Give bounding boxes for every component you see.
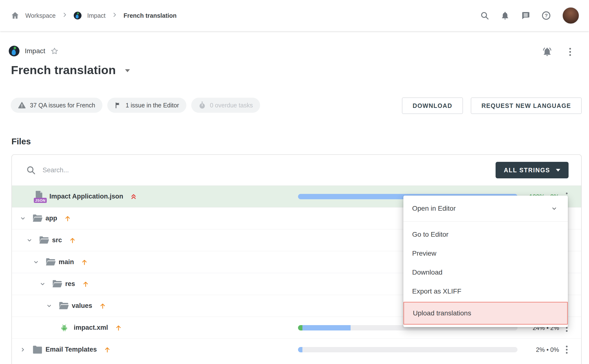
menu-items: Go to Editor Preview Download Export as … — [403, 222, 568, 325]
files-heading: Files — [11, 137, 31, 146]
chat-icon[interactable] — [521, 11, 530, 20]
request-new-language-button[interactable]: REQUEST NEW LANGUAGE — [471, 97, 582, 114]
chevron-right-icon[interactable] — [20, 347, 26, 353]
folder-name: values — [72, 302, 92, 310]
breadcrumb-workspace[interactable]: Workspace — [25, 12, 56, 19]
user-avatar[interactable] — [562, 7, 579, 24]
folder-open-icon — [45, 258, 56, 266]
menu-item-export-as-xliff[interactable]: Export as XLIFF — [403, 282, 568, 301]
upload-arrow-icon — [81, 259, 88, 266]
json-file-icon: JSON — [34, 190, 45, 203]
files-search-row: ALL STRINGS — [12, 155, 581, 185]
project-logo — [9, 46, 19, 56]
android-icon — [60, 324, 69, 332]
top-bar-actions: ? — [480, 7, 579, 24]
bell-ring-icon[interactable] — [542, 47, 552, 57]
json-badge: JSON — [34, 198, 47, 203]
home-icon[interactable] — [11, 11, 19, 20]
file-context-menu: Open in Editor Go to Editor Preview Down… — [403, 196, 568, 327]
editor-issues-label: 1 issue in the Editor — [126, 102, 179, 109]
download-button[interactable]: DOWNLOAD — [402, 97, 463, 114]
upload-arrow-icon — [64, 215, 71, 222]
project-header-actions — [542, 47, 572, 57]
folder-name: app — [45, 215, 57, 222]
upload-arrow-icon — [104, 346, 111, 353]
menu-item-open-in-editor[interactable]: Open in Editor — [403, 196, 568, 222]
notifications-bell-icon[interactable] — [500, 11, 510, 20]
all-strings-label: ALL STRINGS — [504, 167, 550, 174]
chevron-down-icon[interactable] — [20, 215, 26, 222]
file-name: Impact Application.json — [49, 193, 123, 200]
flag-icon — [115, 102, 121, 109]
project-header: Impact — [9, 46, 58, 56]
project-kebab-menu-icon[interactable] — [568, 47, 572, 57]
chevron-down-icon[interactable] — [26, 237, 33, 243]
breadcrumb-project[interactable]: Impact — [87, 12, 106, 19]
editor-issues-chip[interactable]: 1 issue in the Editor — [107, 98, 186, 113]
menu-item-label: Open in Editor — [412, 205, 456, 212]
stopwatch-icon — [199, 101, 206, 109]
chevron-down-icon[interactable] — [33, 259, 39, 265]
warning-icon — [18, 101, 26, 109]
chevron-right-icon — [111, 12, 118, 19]
project-name: Impact — [25, 47, 45, 55]
upload-arrow-icon — [99, 302, 106, 310]
progress-bar — [298, 347, 517, 352]
chevron-down-icon[interactable] — [46, 303, 52, 309]
header-buttons: DOWNLOAD REQUEST NEW LANGUAGE — [402, 97, 582, 114]
menu-item-download[interactable]: Download — [403, 263, 568, 282]
priority-high-icon — [130, 193, 137, 200]
folder-open-icon — [59, 302, 69, 310]
file-name: impact.xml — [74, 324, 108, 331]
star-icon[interactable] — [51, 47, 58, 55]
folder-row-email-templates[interactable]: Email Templates 2% • 0% — [12, 338, 581, 360]
menu-item-preview[interactable]: Preview — [403, 244, 568, 263]
progress-percent: 2% • 0% — [501, 346, 559, 353]
upload-arrow-icon — [115, 324, 122, 331]
folder-name: res — [65, 280, 75, 288]
row-kebab-menu-icon[interactable] — [565, 345, 569, 355]
search-icon — [26, 165, 36, 175]
app-root: Workspace Impact French translation ? — [0, 0, 589, 364]
folder-closed-icon — [32, 345, 43, 354]
title-caret-down-icon[interactable] — [125, 69, 130, 72]
page-title-row: French translation — [11, 63, 130, 77]
search-icon[interactable] — [480, 11, 489, 20]
status-chips: 37 QA issues for French 1 issue in the E… — [11, 98, 260, 113]
qa-issues-label: 37 QA issues for French — [30, 102, 95, 109]
chevron-down-icon[interactable] — [39, 281, 46, 287]
upload-arrow-icon — [69, 237, 76, 244]
help-icon[interactable]: ? — [541, 11, 551, 20]
overdue-tasks-label: 0 overdue tasks — [210, 102, 253, 109]
chevron-down-icon — [550, 205, 558, 212]
all-strings-filter-button[interactable]: ALL STRINGS — [496, 162, 569, 178]
top-bar: Workspace Impact French translation ? — [0, 0, 589, 31]
folder-name: main — [59, 258, 74, 266]
breadcrumb-current-page: French translation — [124, 12, 177, 19]
page-title: French translation — [11, 63, 116, 77]
menu-item-go-to-editor[interactable]: Go to Editor — [403, 225, 568, 244]
files-search-input[interactable] — [43, 166, 489, 174]
breadcrumb: Workspace Impact French translation — [11, 11, 177, 20]
folder-name: src — [52, 236, 62, 244]
project-logo-icon — [74, 12, 82, 19]
qa-issues-chip[interactable]: 37 QA issues for French — [11, 98, 102, 113]
caret-down-icon — [556, 169, 560, 172]
chevron-right-icon — [62, 12, 68, 19]
folder-open-icon — [39, 236, 49, 244]
svg-text:?: ? — [545, 13, 548, 18]
menu-item-upload-translations[interactable]: Upload translations — [403, 302, 568, 325]
upload-arrow-icon — [82, 280, 89, 288]
overdue-tasks-chip: 0 overdue tasks — [191, 98, 260, 113]
folder-name: Email Templates — [45, 346, 97, 353]
folder-open-icon — [52, 280, 62, 288]
folder-open-icon — [32, 214, 43, 223]
